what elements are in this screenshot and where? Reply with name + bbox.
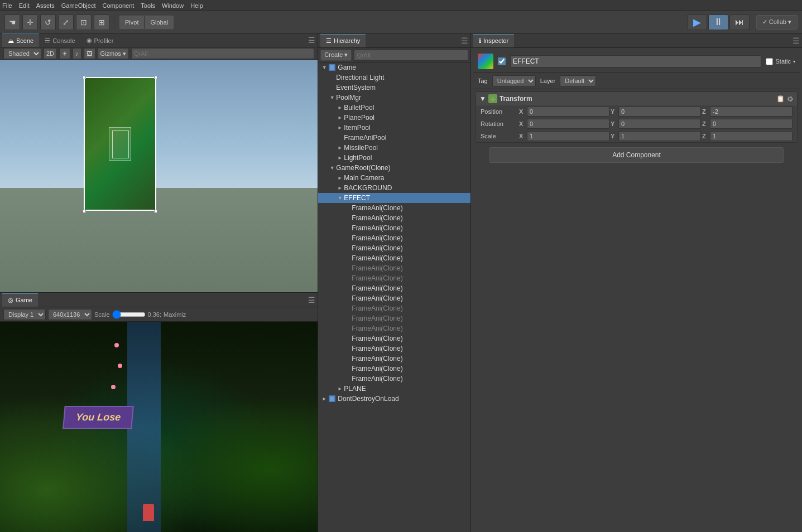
hierarchy-item-frameani17[interactable]: FrameAni(Clone)	[318, 364, 470, 374]
hierarchy-item-game[interactable]: ▼Game	[318, 62, 470, 72]
static-dropdown-arrow[interactable]: ▾	[793, 59, 795, 64]
menu-tools[interactable]: Tools	[141, 2, 155, 9]
menu-window[interactable]: Window	[162, 2, 184, 9]
play-button[interactable]: ▶	[687, 14, 707, 30]
position-z-input[interactable]	[710, 107, 793, 117]
tree-arrow-effect[interactable]: ▼	[336, 195, 344, 201]
tree-arrow-background[interactable]: ►	[336, 185, 344, 191]
audio-button[interactable]: ♪	[73, 48, 81, 59]
tool-rect[interactable]: ⊡	[76, 14, 92, 30]
tag-dropdown[interactable]: Untagged	[492, 75, 536, 86]
hierarchy-item-frameani2[interactable]: FrameAni(Clone)	[318, 213, 470, 223]
add-component-button[interactable]: Add Component	[489, 147, 784, 163]
menu-assets[interactable]: Assets	[36, 2, 55, 9]
hierarchy-item-frameani5[interactable]: FrameAni(Clone)	[318, 243, 470, 253]
menu-gameobject[interactable]: GameObject	[61, 2, 96, 9]
menu-help[interactable]: Help	[190, 2, 203, 9]
transform-collapse-arrow[interactable]: ▼	[479, 95, 486, 103]
hierarchy-item-main-camera[interactable]: ►Main Camera	[318, 173, 470, 183]
hierarchy-item-frameani8[interactable]: FrameAni(Clone)	[318, 273, 470, 283]
tab-inspector[interactable]: ℹ Inspector	[473, 34, 514, 47]
hierarchy-item-frameani14[interactable]: FrameAni(Clone)	[318, 333, 470, 344]
tool-rotate[interactable]: ↺	[40, 14, 56, 30]
hierarchy-item-frameani7[interactable]: FrameAni(Clone)	[318, 263, 470, 273]
display-dropdown[interactable]: Display 1	[3, 309, 46, 320]
hierarchy-item-plane[interactable]: ►PLANE	[318, 384, 470, 394]
tool-transform[interactable]: ⊞	[94, 14, 109, 30]
hierarchy-item-bulletpool[interactable]: ►BulletPool	[318, 103, 470, 113]
hierarchy-item-frameani18[interactable]: FrameAni(Clone)	[318, 374, 470, 384]
tree-arrow-main-camera[interactable]: ►	[336, 175, 344, 181]
hierarchy-item-frameani4[interactable]: FrameAni(Clone)	[318, 233, 470, 243]
hierarchy-item-frameani9[interactable]: FrameAni(Clone)	[318, 283, 470, 293]
layer-dropdown[interactable]: Default	[560, 75, 596, 86]
step-button[interactable]: ⏭	[729, 14, 750, 30]
hierarchy-item-frameani1[interactable]: FrameAni(Clone)	[318, 203, 470, 213]
maximize-btn[interactable]: Maximiz	[164, 311, 186, 318]
tree-arrow-missilepool[interactable]: ►	[336, 145, 344, 151]
tab-profiler[interactable]: ◉ Profiler	[81, 33, 119, 47]
hierarchy-search-input[interactable]	[354, 50, 468, 61]
tool-hand[interactable]: ☚	[4, 14, 20, 30]
hierarchy-item-planepool[interactable]: ►PlanePool	[318, 113, 470, 123]
tab-hierarchy[interactable]: ☰ Hierarchy	[320, 34, 366, 47]
tab-scene[interactable]: ⛰ Scene	[2, 33, 39, 47]
rotation-x-input[interactable]	[527, 119, 609, 129]
tool-scale[interactable]: ⤢	[58, 14, 74, 30]
hierarchy-item-frameani16[interactable]: FrameAni(Clone)	[318, 354, 470, 364]
hierarchy-panel-menu[interactable]: ☰	[461, 36, 468, 45]
tree-arrow-gameroot[interactable]: ▼	[328, 165, 336, 171]
menu-component[interactable]: Component	[102, 2, 134, 9]
hierarchy-item-frameani12[interactable]: FrameAni(Clone)	[318, 313, 470, 323]
hierarchy-item-frameani6[interactable]: FrameAni(Clone)	[318, 253, 470, 263]
tree-arrow-itempool[interactable]: ►	[336, 125, 344, 130]
tree-arrow-lightpool[interactable]: ►	[336, 155, 344, 161]
image-effects-button[interactable]: 🖼	[84, 48, 95, 59]
hierarchy-item-itempool[interactable]: ►ItemPool	[318, 123, 470, 133]
pivot-btn[interactable]: Pivot	[119, 16, 145, 29]
menu-file[interactable]: File	[2, 2, 12, 9]
hierarchy-create-btn[interactable]: Create ▾	[320, 50, 352, 61]
tree-arrow-poolmgr[interactable]: ▼	[328, 95, 336, 100]
transform-component-header[interactable]: ▼ ⊹ Transform 📋 ⚙	[476, 92, 797, 105]
object-name-input[interactable]	[510, 55, 761, 67]
tab-game[interactable]: ◎ Game	[2, 293, 38, 307]
lighting-button[interactable]: ☀	[59, 48, 70, 59]
hierarchy-item-frameani3[interactable]: FrameAni(Clone)	[318, 223, 470, 233]
scene-selected-object[interactable]	[84, 77, 156, 211]
hierarchy-item-eventsystem[interactable]: EventSystem	[318, 83, 470, 93]
inspector-panel-menu[interactable]: ☰	[793, 36, 800, 45]
hierarchy-item-directional-light[interactable]: Directional Light	[318, 72, 470, 83]
hierarchy-item-frameani15[interactable]: FrameAni(Clone)	[318, 344, 470, 354]
scale-slider[interactable]	[112, 310, 146, 319]
tool-move[interactable]: ✛	[22, 14, 38, 30]
pivot-global-toggle[interactable]: Pivot Global	[119, 15, 174, 30]
scene-panel-menu[interactable]: ☰	[308, 36, 315, 45]
rotation-z-input[interactable]	[710, 119, 793, 129]
collab-button[interactable]: ✓ Collab ▾	[756, 15, 798, 30]
hierarchy-item-frameani11[interactable]: FrameAni(Clone)	[318, 303, 470, 313]
hierarchy-item-frameanipool[interactable]: FrameAniPool	[318, 133, 470, 143]
resolution-dropdown[interactable]: 640x1136	[48, 309, 92, 320]
hierarchy-item-missilepool[interactable]: ►MissilePool	[318, 143, 470, 153]
hierarchy-item-background[interactable]: ►BACKGROUND	[318, 183, 470, 193]
rotation-y-input[interactable]	[618, 119, 701, 129]
shading-dropdown[interactable]: Shaded	[3, 48, 41, 59]
position-y-input[interactable]	[618, 107, 701, 117]
tree-arrow-game[interactable]: ▼	[320, 65, 328, 70]
position-x-input[interactable]	[527, 107, 609, 117]
transform-settings-icon[interactable]: ⚙	[787, 95, 794, 103]
game-panel-menu[interactable]: ☰	[308, 296, 315, 304]
scene-search-input[interactable]	[131, 48, 314, 59]
object-active-checkbox[interactable]	[498, 57, 506, 65]
scale-z-input[interactable]	[710, 131, 793, 141]
tab-console[interactable]: ☰ Console	[39, 33, 80, 47]
tree-arrow-dontdestroy[interactable]: ►	[320, 396, 328, 402]
2d-button[interactable]: 2D	[44, 48, 57, 59]
gizmos-button[interactable]: Gizmos ▾	[98, 48, 129, 59]
scale-x-input[interactable]	[527, 131, 609, 141]
global-btn[interactable]: Global	[145, 16, 174, 29]
hierarchy-item-frameani10[interactable]: FrameAni(Clone)	[318, 293, 470, 303]
hierarchy-item-frameani13[interactable]: FrameAni(Clone)	[318, 323, 470, 333]
hierarchy-item-dontdestroy[interactable]: ►DontDestroyOnLoad	[318, 394, 470, 404]
